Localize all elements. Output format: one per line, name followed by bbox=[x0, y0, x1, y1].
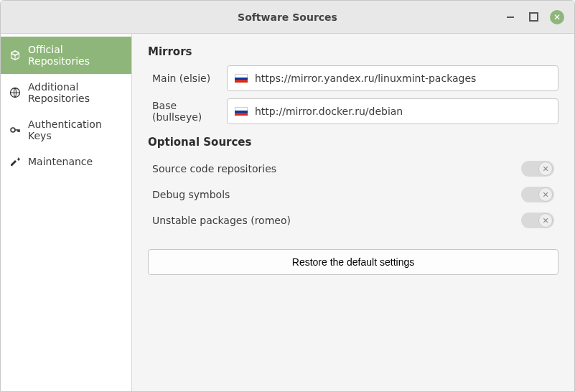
restore-defaults-button[interactable]: Restore the default settings bbox=[148, 249, 558, 275]
tools-icon bbox=[9, 156, 21, 167]
optional-debug-row: Debug symbols ✕ bbox=[148, 182, 558, 207]
optional-sources-heading: Optional Sources bbox=[148, 136, 558, 149]
globe-icon bbox=[9, 87, 21, 98]
minimize-button[interactable] bbox=[504, 11, 517, 24]
mirror-main-label: Main (elsie) bbox=[148, 73, 220, 84]
optional-unstable-label: Unstable packages (romeo) bbox=[152, 215, 521, 226]
flag-ru-icon bbox=[235, 74, 248, 83]
mirror-row-base: Base (bullseye) http://mirror.docker.ru/… bbox=[148, 98, 558, 124]
x-icon: ✕ bbox=[538, 187, 553, 202]
mirror-base-label: Base (bullseye) bbox=[148, 100, 220, 123]
mirror-main-url: https://mirror.yandex.ru/linuxmint-packa… bbox=[255, 73, 476, 84]
window-controls bbox=[504, 10, 574, 24]
optional-source-code-label: Source code repositories bbox=[152, 163, 521, 174]
mirror-main-selector[interactable]: https://mirror.yandex.ru/linuxmint-packa… bbox=[227, 65, 558, 91]
sidebar-item-label: Additional Repositories bbox=[28, 81, 123, 104]
content-pane: Mirrors Main (elsie) https://mirror.yand… bbox=[132, 34, 574, 391]
sidebar-item-authentication-keys[interactable]: Authentication Keys bbox=[1, 111, 131, 149]
mirror-base-url: http://mirror.docker.ru/debian bbox=[255, 106, 403, 117]
sidebar-item-additional-repositories[interactable]: Additional Repositories bbox=[1, 74, 131, 111]
sidebar-item-official-repositories[interactable]: Official Repositories bbox=[1, 37, 131, 74]
sidebar: Official Repositories Additional Reposit… bbox=[1, 34, 132, 391]
mirror-base-selector[interactable]: http://mirror.docker.ru/debian bbox=[227, 98, 558, 124]
titlebar[interactable]: Software Sources bbox=[1, 1, 574, 34]
sidebar-item-label: Maintenance bbox=[28, 156, 93, 167]
mirrors-heading: Mirrors bbox=[148, 45, 558, 58]
window-body: Official Repositories Additional Reposit… bbox=[1, 34, 574, 391]
x-icon: ✕ bbox=[538, 213, 553, 228]
maximize-button[interactable] bbox=[527, 11, 540, 24]
optional-source-code-row: Source code repositories ✕ bbox=[148, 156, 558, 182]
toggle-debug-symbols[interactable]: ✕ bbox=[521, 187, 554, 202]
sidebar-item-label: Official Repositories bbox=[28, 44, 123, 67]
optional-unstable-row: Unstable packages (romeo) ✕ bbox=[148, 207, 558, 233]
cube-icon bbox=[9, 50, 21, 61]
key-icon bbox=[9, 124, 21, 136]
sidebar-item-maintenance[interactable]: Maintenance bbox=[1, 149, 131, 174]
toggle-unstable-packages[interactable]: ✕ bbox=[521, 213, 554, 228]
sidebar-item-label: Authentication Keys bbox=[28, 118, 123, 141]
optional-debug-label: Debug symbols bbox=[152, 189, 521, 200]
mirror-row-main: Main (elsie) https://mirror.yandex.ru/li… bbox=[148, 65, 558, 91]
flag-ru-icon bbox=[235, 107, 248, 116]
toggle-source-code[interactable]: ✕ bbox=[521, 161, 554, 177]
software-sources-window: Software Sources Official Repositories A… bbox=[0, 0, 575, 392]
x-icon: ✕ bbox=[538, 162, 553, 176]
svg-point-1 bbox=[11, 128, 15, 132]
window-title: Software Sources bbox=[1, 11, 574, 23]
close-button[interactable] bbox=[550, 10, 564, 24]
